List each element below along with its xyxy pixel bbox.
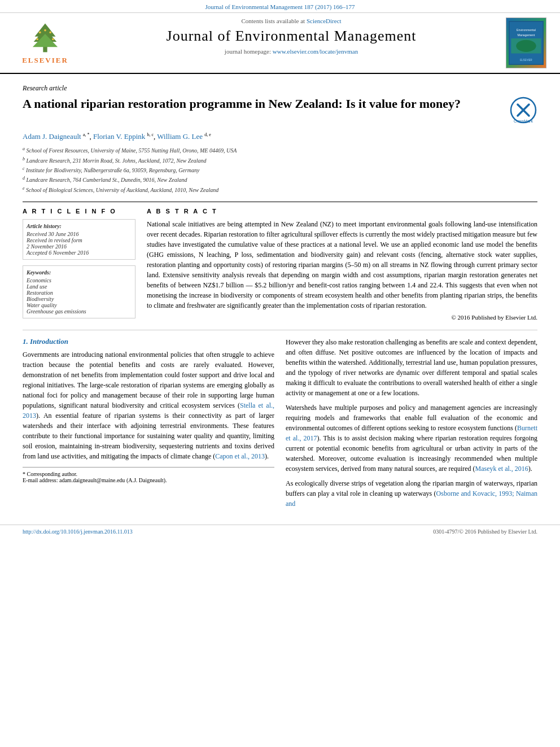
svg-point-6 [36, 38, 38, 40]
history-title: Article history: [27, 223, 132, 229]
homepage-link[interactable]: www.elsevier.com/locate/jenvman [273, 48, 358, 55]
affiliation-b: b Landcare Research, 231 Morrin Road, St… [23, 156, 537, 165]
abstract-header: A B S T R A C T [147, 208, 537, 215]
abstract-text: National scale initiatives are being att… [147, 219, 537, 311]
journal-homepage-line: journal homepage: www.elsevier.com/locat… [85, 48, 498, 55]
history-revised-date: 2 November 2016 [27, 243, 132, 250]
ref-maseyk[interactable]: Maseyk et al., 2016 [475, 465, 528, 473]
svg-text:Environmental: Environmental [517, 28, 536, 32]
email-suffix: (A.J. Daigneault). [126, 477, 167, 483]
article-info-column: A R T I C L E I N F O Article history: R… [23, 208, 135, 321]
svg-text:CrossMark: CrossMark [514, 119, 533, 123]
journal-header: ELSEVIER Contents lists available at Sci… [0, 13, 560, 74]
section-title: Introduction [30, 337, 68, 346]
author-b[interactable]: Florian V. Eppink [93, 132, 145, 141]
article-title: A national riparian restoration programm… [23, 96, 501, 112]
keyword-water-quality: Water quality [27, 302, 132, 308]
svg-point-7 [52, 38, 54, 40]
intro-paragraph-3: Watersheds have multiple purposes and po… [286, 403, 537, 474]
article-history-box: Article history: Received 30 June 2016 R… [23, 219, 135, 260]
elsevier-logo: ELSEVIER [22, 21, 68, 65]
bottom-bar: http://dx.doi.org/10.1016/j.jenvman.2016… [0, 525, 560, 538]
article-info-header: A R T I C L E I N F O [23, 208, 135, 215]
keyword-greenhouse-gas: Greenhouse gas emissions [27, 308, 132, 314]
journal-title: Journal of Environmental Management [85, 28, 498, 45]
elsevier-tree-icon [23, 21, 68, 55]
introduction-heading: 1. Introduction [23, 337, 274, 346]
journal-cover-section: Environmental Management ELSEVIER [504, 18, 549, 68]
svg-point-14 [516, 40, 536, 52]
author-c[interactable]: William G. Lee [157, 132, 203, 141]
journal-title-section: Contents lists available at ScienceDirec… [79, 18, 504, 68]
journal-cover-image: Environmental Management ELSEVIER [506, 18, 546, 68]
svg-point-5 [49, 31, 51, 33]
email-address[interactable]: adam.daigneault@maine.edu [59, 477, 125, 483]
intro-paragraph-1: Governments are introducing national env… [23, 350, 274, 461]
article-info-abstract-section: A R T I C L E I N F O Article history: R… [23, 202, 537, 321]
body-content: 1. Introduction Governments are introduc… [23, 337, 537, 513]
body-left-column: 1. Introduction Governments are introduc… [23, 337, 274, 513]
abstract-column: A B S T R A C T National scale initiativ… [147, 208, 537, 321]
svg-point-4 [39, 31, 41, 33]
journal-ref-text: Journal of Environmental Management 187 … [205, 3, 355, 10]
email-note: E-mail address: adam.daigneault@maine.ed… [23, 477, 274, 483]
homepage-label: journal homepage: [225, 48, 271, 55]
author-a[interactable]: Adam J. Daigneault [23, 132, 81, 141]
section-divider [23, 330, 537, 330]
article-title-section: A national riparian restoration programm… [23, 96, 537, 126]
intro-paragraph-2: However they also make restoration chall… [286, 337, 537, 398]
history-revised-label: Received in revised form [27, 237, 132, 243]
contents-available-line: Contents lists available at ScienceDirec… [85, 18, 498, 24]
keywords-title: Keywords: [27, 269, 132, 276]
section-number: 1. [23, 337, 28, 346]
issn-line: 0301-4797/© 2016 Published by Elsevier L… [433, 528, 537, 535]
crossmark-logo: CrossMark [501, 96, 537, 126]
svg-text:Management: Management [518, 33, 535, 37]
elsevier-brand-text: ELSEVIER [22, 56, 68, 65]
affiliation-e: e School of Biological Sciences, Univers… [23, 185, 537, 195]
svg-point-8 [44, 29, 46, 32]
sciencedirect-link[interactable]: ScienceDirect [307, 18, 342, 24]
elsevier-logo-section: ELSEVIER [11, 18, 79, 68]
doi-link[interactable]: http://dx.doi.org/10.1016/j.jenvman.2016… [23, 528, 133, 535]
footnote-section: * Corresponding author. E-mail address: … [23, 467, 274, 483]
keyword-economics: Economics [27, 277, 132, 283]
corresponding-author-note: * Corresponding author. [23, 471, 274, 477]
ref-burnett[interactable]: Burnett et al., 2017 [286, 424, 537, 442]
copyright-line: © 2016 Published by Elsevier Ltd. [147, 314, 537, 321]
affiliations-section: a School of Forest Resources, University… [23, 146, 537, 195]
authors-line: Adam J. Daigneault a, *, Florian V. Eppi… [23, 132, 537, 141]
keywords-box: Keywords: Economics Land use Restoration… [23, 265, 135, 318]
intro-paragraph-4: As ecologically diverse strips of vegeta… [286, 478, 537, 509]
email-label: E-mail address: [23, 477, 58, 483]
journal-reference-bar: Journal of Environmental Management 187 … [0, 0, 560, 13]
main-content: Research article A national riparian res… [0, 74, 560, 525]
keyword-biodiversity: Biodiversity [27, 296, 132, 302]
keyword-land-use: Land use [27, 283, 132, 290]
ref-osborne[interactable]: Osborne and Kovacic, 1993; Naiman and [286, 490, 537, 508]
keyword-restoration: Restoration [27, 290, 132, 296]
affiliation-a: a School of Forest Resources, University… [23, 146, 537, 155]
affiliation-d: d Landcare Research, 764 Cumberland St.,… [23, 175, 537, 185]
ref-stella[interactable]: Stella et al., 2013 [23, 401, 274, 420]
contents-text: Contents lists available at [241, 18, 305, 24]
history-accepted: Accepted 6 November 2016 [27, 250, 132, 256]
article-type-label: Research article [23, 80, 537, 93]
ref-capon[interactable]: Capon et al., 2013 [215, 452, 265, 460]
body-right-column: However they also make restoration chall… [286, 337, 537, 513]
history-received: Received 30 June 2016 [27, 231, 132, 237]
svg-text:ELSEVIER: ELSEVIER [520, 59, 532, 62]
affiliation-c: c Institute for Biodiversity, Nußbergers… [23, 165, 537, 175]
